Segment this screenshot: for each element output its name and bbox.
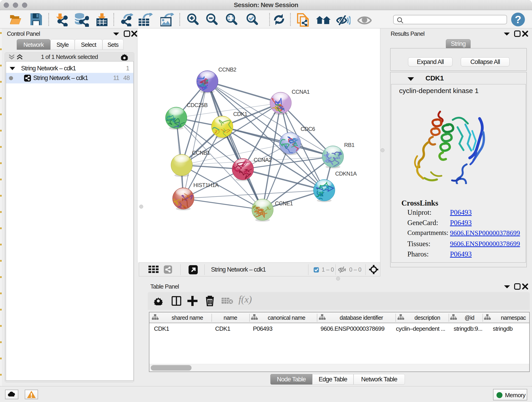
svg-text:CCNE1: CCNE1 — [275, 200, 293, 206]
svg-text:CCNB1: CCNB1 — [192, 150, 210, 156]
svg-text:?: ? — [515, 13, 521, 26]
svg-text:CCNA2: CCNA2 — [254, 157, 272, 163]
svg-text:CDC25B: CDC25B — [187, 102, 208, 108]
svg-text:RB1: RB1 — [344, 142, 355, 148]
svg-text:CCNA1: CCNA1 — [292, 89, 310, 95]
svg-text:CDC6: CDC6 — [301, 126, 315, 132]
svg-text:HIST1H1A: HIST1H1A — [193, 182, 219, 188]
svg-text:CDKN1A: CDKN1A — [335, 171, 357, 177]
svg-text:CDK1: CDK1 — [233, 111, 247, 117]
svg-text:CCNB2: CCNB2 — [218, 66, 236, 73]
